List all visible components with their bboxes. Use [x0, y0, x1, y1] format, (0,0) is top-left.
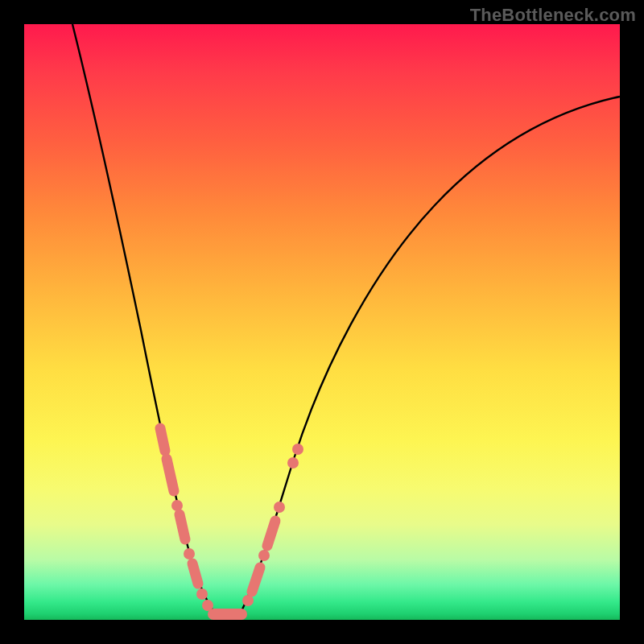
marker-dot-r5 — [274, 502, 285, 513]
curve-left — [72, 24, 216, 614]
watermark-label: TheBottleneck.com — [470, 5, 636, 26]
marker-dot-r6 — [287, 457, 299, 469]
marker-seg-r4 — [267, 521, 275, 546]
chart-svg — [24, 24, 620, 620]
marker-seg-l6 — [192, 564, 198, 584]
curve-right — [240, 97, 620, 614]
marker-seg-l2 — [167, 459, 174, 491]
marker-dot-r3 — [258, 550, 270, 561]
marker-seg-r2 — [252, 568, 260, 592]
chart-frame — [24, 24, 620, 620]
marker-dot-r7 — [292, 444, 303, 455]
marker-seg-l4 — [180, 514, 185, 539]
marker-dot-l7 — [196, 588, 208, 600]
marker-dot-l5 — [184, 548, 195, 559]
marker-seg-l1 — [160, 428, 165, 451]
